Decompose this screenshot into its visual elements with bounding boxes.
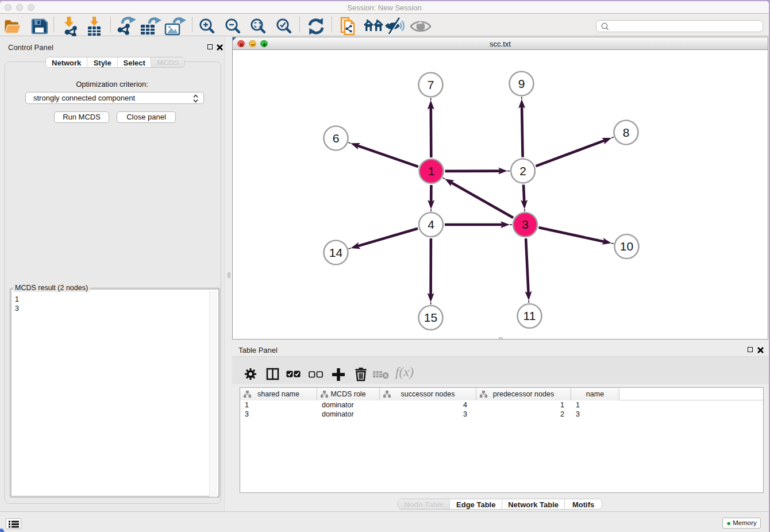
svg-text:8: 8 xyxy=(623,126,630,139)
svg-text:1: 1 xyxy=(428,164,435,178)
svg-text:11: 11 xyxy=(523,309,536,322)
svg-text:2: 2 xyxy=(519,164,526,178)
svg-text:10: 10 xyxy=(620,240,633,253)
svg-text:3: 3 xyxy=(522,218,529,231)
svg-text:14: 14 xyxy=(329,246,343,259)
svg-text:6: 6 xyxy=(333,132,340,145)
svg-text:4: 4 xyxy=(428,218,434,231)
svg-text:9: 9 xyxy=(518,77,525,90)
svg-text:15: 15 xyxy=(424,311,437,324)
svg-text:7: 7 xyxy=(428,78,434,91)
